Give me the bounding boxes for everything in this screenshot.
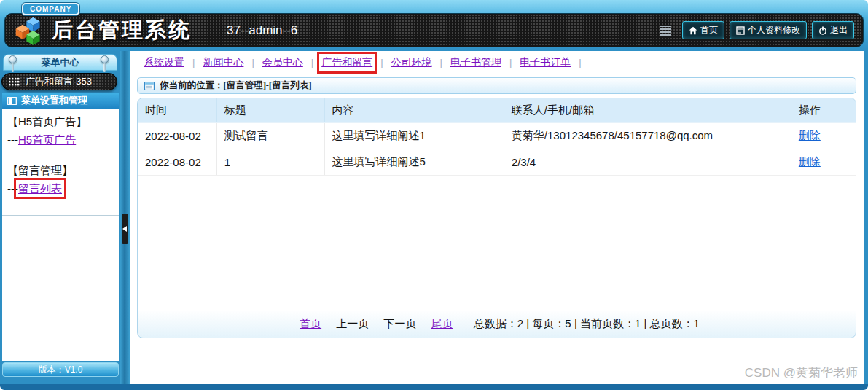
- pin-icon: [9, 55, 17, 63]
- top-nav: 系统设置| 新闻中心| 会员中心| 广告和留言| 公司环境| 电子书管理| 电子…: [130, 51, 864, 74]
- nav-separator: |: [192, 57, 195, 68]
- page-title: 后台管理系统: [52, 16, 192, 45]
- column-header-action: 操作: [791, 98, 856, 123]
- pagination-prev[interactable]: 上一页: [336, 317, 369, 329]
- menu-section-title: 菜单设置和管理: [21, 94, 87, 107]
- column-header-contact: 联系人/手机/邮箱: [504, 98, 791, 123]
- cell-time: 2022-08-02: [138, 123, 216, 149]
- nav-separator: |: [440, 57, 442, 68]
- cell-content: 这里填写详细阐述5: [324, 149, 504, 176]
- window-icon: [7, 97, 17, 105]
- tab-ebook-orders[interactable]: 电子书订单: [520, 56, 571, 69]
- nav-separator: |: [509, 57, 512, 68]
- breadcrumb-text: 你当前的位置：[留言管理]-[留言列表]: [160, 79, 311, 92]
- tab-company-environment[interactable]: 公司环境: [391, 56, 432, 69]
- menu-group-heading: 【H5首页广告】: [7, 112, 114, 130]
- profile-edit-button[interactable]: 个人资料修改: [730, 21, 807, 39]
- menu-center-header: 菜单中心: [3, 54, 117, 71]
- cell-time: 2022-08-02: [138, 149, 216, 176]
- sidebar-menu-panel: 菜单设置和管理 【H5首页广告】 ---H5首页广告 【留言管理】 ---留言列…: [2, 93, 119, 361]
- menu-group: 【留言管理】 ---留言列表: [2, 157, 119, 206]
- watermark: CSDN @黄菊华老师: [745, 364, 858, 381]
- table-row: 2022-08-02 测试留言 这里填写详细阐述1 黄菊华/1301234567…: [138, 123, 856, 149]
- column-header-time: 时间: [138, 98, 216, 123]
- logout-button-label: 退出: [830, 24, 848, 36]
- tab-member-center[interactable]: 会员中心: [262, 56, 303, 69]
- home-button[interactable]: 首页: [682, 21, 724, 39]
- tab-ebook-management[interactable]: 电子书管理: [450, 56, 501, 69]
- module-pill[interactable]: 广告和留言-353: [1, 73, 117, 90]
- tab-system-settings[interactable]: 系统设置: [144, 56, 184, 69]
- breadcrumb: 你当前的位置：[留言管理]-[留言列表]: [137, 77, 856, 94]
- admin-page: COMPANY 后台管理系统 3: [0, 0, 868, 390]
- cell-title: 1: [216, 149, 324, 176]
- tab-news-center[interactable]: 新闻中心: [203, 56, 243, 69]
- menu-link-row: ---H5首页广告: [7, 130, 114, 149]
- cell-contact: 2/3/4: [504, 149, 791, 176]
- home-icon: [689, 26, 697, 35]
- table-row: 2022-08-02 1 这里填写详细阐述5 2/3/4 删除: [138, 149, 856, 176]
- column-header-content: 内容: [324, 98, 504, 123]
- company-badge: COMPANY: [22, 3, 79, 15]
- delete-link[interactable]: 删除: [799, 129, 821, 141]
- splitter-collapse-handle[interactable]: [122, 214, 128, 244]
- pagination-next[interactable]: 下一页: [383, 317, 416, 329]
- cubes-logo-icon: [14, 15, 44, 46]
- sidebar-item-message-list[interactable]: 留言列表: [18, 182, 62, 195]
- sidebar: 菜单中心 广告和留言-353 菜单设置和管理: [0, 51, 130, 384]
- module-pill-label: 广告和留言-353: [26, 75, 92, 88]
- power-icon: [818, 26, 827, 35]
- main-content: 系统设置| 新闻中心| 会员中心| 广告和留言| 公司环境| 电子书管理| 电子…: [130, 51, 868, 384]
- cell-title: 测试留言: [216, 123, 324, 149]
- profile-edit-button-label: 个人资料修改: [748, 24, 800, 36]
- menu-link-row: ---留言列表: [7, 179, 114, 198]
- grid-icon: [9, 78, 20, 86]
- session-info: 37--admin--6: [227, 23, 297, 38]
- title-bar: 后台管理系统 37--admin--6 首页 个人资料修改 退出: [4, 13, 864, 47]
- message-list-panel: 时间 标题 内容 联系人/手机/邮箱 操作 2022-08-02 测试留言 这里…: [137, 98, 856, 338]
- menu-group-heading: 【留言管理】: [7, 161, 114, 179]
- menu-section-header: 菜单设置和管理: [2, 93, 119, 109]
- sidebar-item-h5-home-ads[interactable]: H5首页广告: [18, 133, 76, 146]
- nav-separator: |: [579, 57, 581, 68]
- delete-link[interactable]: 删除: [799, 155, 821, 168]
- menu-group: 【H5首页广告】 ---H5首页广告: [2, 109, 119, 157]
- table-header-row: 时间 标题 内容 联系人/手机/邮箱 操作: [138, 98, 856, 123]
- cell-contact: 黄菊华/13012345678/45157718@qq.com: [504, 123, 791, 149]
- nav-separator: |: [311, 57, 313, 68]
- link-prefix: ---: [7, 133, 18, 146]
- menu-body: 【H5首页广告】 ---H5首页广告 【留言管理】 ---留言列表: [2, 109, 119, 361]
- footer-bar: [0, 384, 868, 390]
- body: 菜单中心 广告和留言-353 菜单设置和管理: [0, 51, 868, 384]
- home-button-label: 首页: [700, 24, 718, 36]
- pagination-summary: 总数据：2 | 每页：5 | 当前页数：1 | 总页数：1: [474, 317, 700, 329]
- column-header-title: 标题: [216, 98, 324, 123]
- pin-icon: [101, 55, 109, 63]
- header-actions: 首页 个人资料修改 退出: [660, 21, 854, 39]
- message-table: 时间 标题 内容 联系人/手机/邮箱 操作 2022-08-02 测试留言 这里…: [138, 98, 856, 176]
- link-prefix: ---: [7, 182, 18, 195]
- location-doc-icon: [144, 82, 155, 90]
- hamburger-icon[interactable]: [660, 26, 671, 36]
- profile-form-icon: [736, 26, 745, 35]
- nav-separator: |: [380, 57, 383, 68]
- pagination-last[interactable]: 尾页: [431, 317, 453, 329]
- pagination-first[interactable]: 首页: [300, 317, 321, 329]
- version-bar: 版本：V1.0: [2, 362, 119, 377]
- cell-content: 这里填写详细阐述1: [324, 123, 504, 149]
- sidebar-splitter[interactable]: [120, 51, 130, 384]
- tab-ads-and-messages[interactable]: 广告和留言: [321, 56, 372, 69]
- pagination: 首页 上一页 下一页 尾页 总数据：2 | 每页：5 | 当前页数：1 | 总页…: [138, 317, 856, 331]
- nav-separator: |: [251, 57, 254, 68]
- menu-empty-row: [2, 206, 119, 216]
- header: COMPANY 后台管理系统 3: [0, 0, 868, 51]
- logout-button[interactable]: 退出: [812, 21, 854, 39]
